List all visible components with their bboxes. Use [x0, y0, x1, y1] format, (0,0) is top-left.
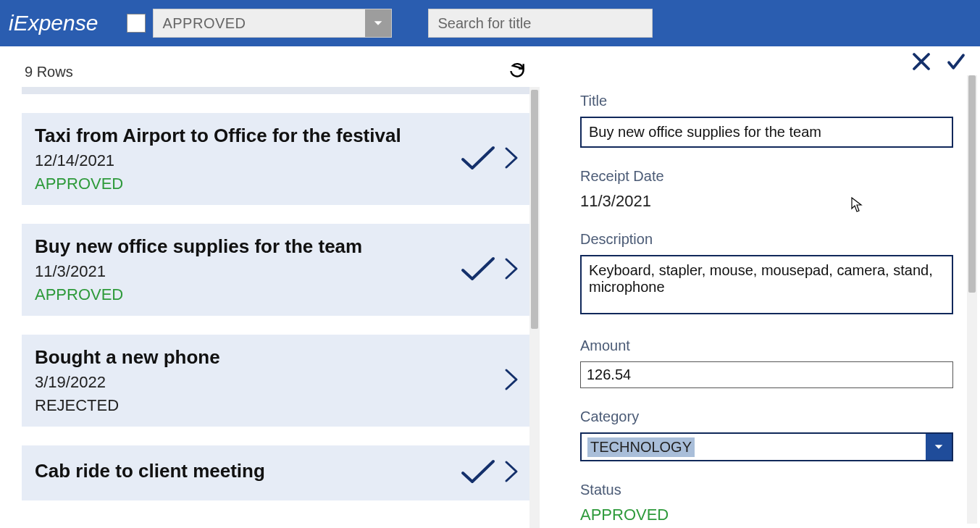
chevron-right-icon[interactable] — [503, 367, 519, 395]
expense-date: 12/14/2021 — [35, 151, 460, 170]
list-scrollbar-thumb[interactable] — [531, 90, 538, 329]
expense-date: 3/19/2022 — [35, 373, 503, 392]
close-icon[interactable] — [910, 51, 932, 75]
expense-title: Taxi from Airport to Office for the fest… — [35, 125, 460, 147]
category-select[interactable]: TECHNOLOGY — [580, 432, 953, 461]
label-receipt-date: Receipt Date — [580, 168, 967, 185]
row-count: 9 Rows — [25, 64, 73, 80]
label-title: Title — [580, 93, 967, 109]
check-icon — [460, 143, 496, 175]
app-title: iExpense — [9, 11, 98, 35]
status-value: APPROVED — [580, 506, 967, 524]
label-category: Category — [580, 408, 967, 425]
mouse-cursor — [851, 197, 863, 213]
expense-status: APPROVED — [35, 175, 460, 193]
expense-list-panel: 9 Rows Taxi from Airport to Office for t… — [0, 46, 540, 528]
chevron-right-icon[interactable] — [503, 459, 519, 487]
search-input[interactable] — [428, 9, 653, 38]
filter-checkbox[interactable] — [127, 14, 146, 33]
receipt-date-value: 11/3/2021 — [580, 192, 967, 211]
expense-title: Buy new office supplies for the team — [35, 235, 460, 258]
expense-row[interactable]: Bought a new phone3/19/2022REJECTED — [22, 335, 529, 427]
chevron-right-icon[interactable] — [503, 256, 519, 284]
list-header-strip — [22, 87, 529, 94]
title-field[interactable] — [580, 117, 953, 148]
chevron-down-icon[interactable] — [926, 434, 952, 460]
confirm-icon[interactable] — [945, 51, 967, 75]
detail-scrollbar[interactable] — [967, 75, 977, 524]
expense-title: Bought a new phone — [35, 346, 503, 369]
description-field[interactable] — [580, 255, 953, 314]
expense-row[interactable]: Taxi from Airport to Office for the fest… — [22, 113, 529, 205]
expense-title: Cab ride to client meeting — [35, 460, 460, 482]
expense-status: REJECTED — [35, 396, 503, 415]
topbar: iExpense APPROVED — [0, 0, 980, 46]
expense-row[interactable]: Buy new office supplies for the team11/3… — [22, 224, 529, 316]
check-icon — [460, 254, 496, 286]
label-description: Description — [580, 231, 967, 248]
category-value: TECHNOLOGY — [587, 437, 695, 457]
expense-date: 11/3/2021 — [35, 262, 460, 281]
chevron-down-icon[interactable] — [365, 9, 391, 37]
label-amount: Amount — [580, 338, 967, 354]
refresh-button[interactable] — [508, 61, 527, 83]
amount-field[interactable] — [580, 361, 953, 388]
check-icon — [460, 457, 496, 489]
main: 9 Rows Taxi from Airport to Office for t… — [0, 46, 980, 528]
detail-panel: Title Receipt Date 11/3/2021 Description… — [540, 46, 980, 528]
expense-status: APPROVED — [35, 285, 460, 304]
chevron-right-icon[interactable] — [503, 146, 519, 173]
list-scrollbar[interactable] — [529, 87, 540, 528]
label-status: Status — [580, 482, 967, 498]
detail-scrollbar-thumb[interactable] — [968, 75, 976, 293]
expense-row[interactable]: Cab ride to client meeting — [22, 445, 529, 500]
filter-dropdown[interactable]: APPROVED — [153, 9, 392, 38]
filter-value: APPROVED — [154, 15, 365, 32]
